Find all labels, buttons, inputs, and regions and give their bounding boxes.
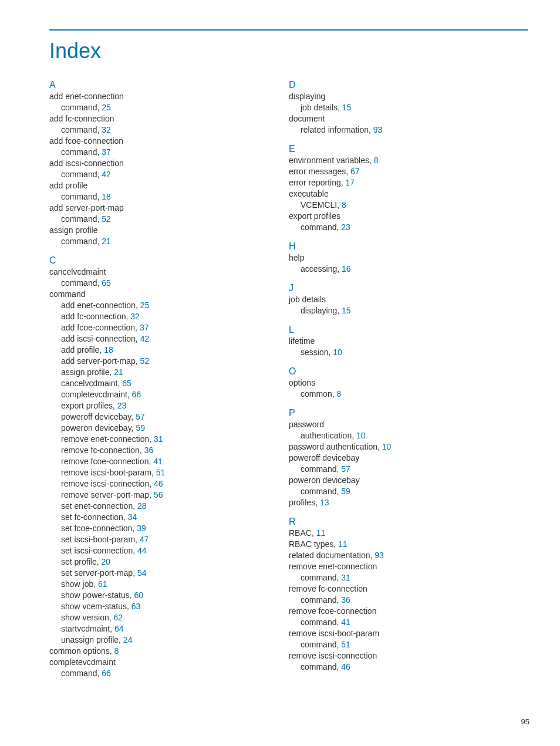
entry-text: unassign profile, xyxy=(61,635,123,644)
index-letter: E xyxy=(289,144,528,154)
page-reference[interactable]: 57 xyxy=(341,464,350,474)
index-entry: completevcdmaint, 66 xyxy=(49,389,289,400)
page-reference[interactable]: 60 xyxy=(134,590,144,600)
entry-text: add fcoe-connection xyxy=(49,136,123,146)
page-reference[interactable]: 41 xyxy=(341,617,350,627)
index-entry: command, 32 xyxy=(49,124,289,136)
entry-text: lifetime xyxy=(289,336,315,346)
page-reference[interactable]: 52 xyxy=(102,214,111,224)
page-reference[interactable]: 52 xyxy=(140,356,150,366)
page-reference[interactable]: 24 xyxy=(123,635,133,644)
entry-text: add fc-connection, xyxy=(61,312,130,321)
index-entry: RBAC, 11 xyxy=(289,528,528,539)
page-reference[interactable]: 66 xyxy=(132,390,141,399)
page-reference[interactable]: 61 xyxy=(98,579,107,589)
page-reference[interactable]: 10 xyxy=(382,442,392,451)
page-reference[interactable]: 18 xyxy=(102,192,111,201)
index-entry: show job, 61 xyxy=(49,579,289,590)
page-reference[interactable]: 67 xyxy=(350,167,360,176)
page-reference[interactable]: 10 xyxy=(333,347,342,357)
page-reference[interactable]: 39 xyxy=(137,524,146,533)
page-reference[interactable]: 13 xyxy=(320,498,329,507)
page-reference[interactable]: 56 xyxy=(154,490,163,499)
entry-text: remove iscsi-boot-param xyxy=(289,629,379,638)
index-entry: document xyxy=(289,113,528,124)
page-reference[interactable]: 57 xyxy=(136,412,145,421)
entry-text: completevcdmaint, xyxy=(61,390,132,399)
page-reference[interactable]: 62 xyxy=(113,613,123,622)
page-reference[interactable]: 36 xyxy=(341,595,350,605)
page-reference[interactable]: 8 xyxy=(342,200,346,210)
entry-text: options xyxy=(289,378,315,387)
page-reference[interactable]: 28 xyxy=(137,501,147,511)
page-reference[interactable]: 31 xyxy=(341,573,350,582)
page-reference[interactable]: 46 xyxy=(341,662,350,671)
entry-text: set server-port-map, xyxy=(61,568,137,578)
index-entry: add enet-connection xyxy=(49,91,289,102)
index-entry: session, 10 xyxy=(289,347,528,358)
page-reference[interactable]: 65 xyxy=(122,379,131,388)
page-reference[interactable]: 31 xyxy=(154,434,163,444)
index-entry: remove enet-connection xyxy=(289,561,528,572)
entry-text: help xyxy=(289,253,304,262)
entry-text: add enet-connection, xyxy=(61,301,140,310)
page-reference[interactable]: 18 xyxy=(104,345,113,355)
page-reference[interactable]: 11 xyxy=(338,539,348,549)
index-entry: remove iscsi-connection, 46 xyxy=(49,478,289,490)
page-reference[interactable]: 59 xyxy=(341,487,350,496)
page-reference[interactable]: 21 xyxy=(102,237,111,246)
page-reference[interactable]: 47 xyxy=(140,535,149,544)
page-reference[interactable]: 23 xyxy=(341,222,350,232)
page-reference[interactable]: 25 xyxy=(140,301,150,310)
entry-text: show vcem-status, xyxy=(61,602,131,611)
page-reference[interactable]: 16 xyxy=(342,264,351,274)
index-entry: show version, 62 xyxy=(49,612,289,623)
page-reference[interactable]: 23 xyxy=(117,401,127,410)
page-reference[interactable]: 21 xyxy=(114,367,123,377)
page-reference[interactable]: 93 xyxy=(373,125,383,134)
page-reference[interactable]: 17 xyxy=(345,178,355,187)
index-entry: executable xyxy=(289,188,528,200)
page-reference[interactable]: 41 xyxy=(153,457,163,466)
entry-text: set enet-connection, xyxy=(61,501,137,511)
page-reference[interactable]: 8 xyxy=(374,156,379,165)
index-letter: A xyxy=(49,80,289,90)
entry-text: related information, xyxy=(301,125,373,134)
page-reference[interactable]: 11 xyxy=(316,528,326,538)
page-reference[interactable]: 64 xyxy=(114,624,124,633)
page-reference[interactable]: 32 xyxy=(130,312,140,321)
index-entry: remove iscsi-connection xyxy=(289,650,528,661)
index-entry: lifetime xyxy=(289,336,528,347)
page-reference[interactable]: 10 xyxy=(356,431,366,440)
page-reference[interactable]: 32 xyxy=(102,125,111,134)
page-reference[interactable]: 46 xyxy=(154,479,163,488)
page-reference[interactable]: 25 xyxy=(102,103,111,112)
page-reference[interactable]: 65 xyxy=(102,278,111,288)
index-entry: job details xyxy=(289,294,528,305)
entry-text: add server-port-map xyxy=(49,203,124,212)
entry-text: remove iscsi-connection xyxy=(289,651,377,660)
index-entry: command, 23 xyxy=(289,222,528,233)
page-reference[interactable]: 54 xyxy=(137,568,147,578)
entry-text: set iscsi-connection, xyxy=(61,546,137,555)
page-reference[interactable]: 51 xyxy=(156,468,166,477)
index-columns: Aadd enet-connectioncommand, 25add fc-co… xyxy=(49,80,528,679)
page-reference[interactable]: 36 xyxy=(144,445,154,455)
page-reference[interactable]: 37 xyxy=(140,323,149,332)
page-reference[interactable]: 8 xyxy=(114,646,119,656)
page-reference[interactable]: 51 xyxy=(341,640,350,649)
page-reference[interactable]: 59 xyxy=(136,423,145,433)
page-reference[interactable]: 8 xyxy=(336,389,341,399)
entry-text: show version, xyxy=(61,613,113,622)
page-reference[interactable]: 15 xyxy=(342,306,351,315)
page-reference[interactable]: 42 xyxy=(102,170,111,179)
page-reference[interactable]: 20 xyxy=(101,557,110,566)
page-reference[interactable]: 63 xyxy=(131,602,141,611)
page-reference[interactable]: 93 xyxy=(375,551,384,560)
page-reference[interactable]: 15 xyxy=(342,103,352,112)
page-reference[interactable]: 66 xyxy=(102,669,111,678)
page-reference[interactable]: 34 xyxy=(128,512,137,522)
page-reference[interactable]: 42 xyxy=(140,334,150,343)
page-reference[interactable]: 37 xyxy=(102,147,111,157)
page-reference[interactable]: 44 xyxy=(137,546,147,555)
